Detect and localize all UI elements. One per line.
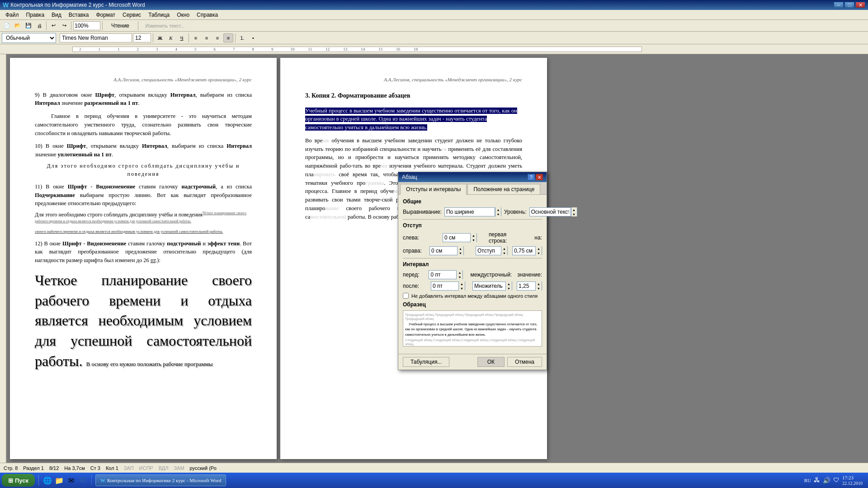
align-center-button[interactable]: ≡	[202, 33, 212, 42]
word-taskbar-label: Контрольная по Информатике 2 курс - Micr…	[107, 478, 221, 483]
dialog-help-button[interactable]: ?	[528, 174, 535, 180]
menu-tools[interactable]: Сервис	[119, 11, 145, 19]
general-section-title: Общие	[403, 198, 542, 205]
menu-view[interactable]: Вид	[48, 11, 65, 19]
align-down[interactable]: ▼	[495, 212, 501, 216]
indent-val-up[interactable]: ▲	[535, 246, 542, 251]
after-spin: ▲ ▼	[458, 282, 465, 291]
align-right-button[interactable]: ≡	[212, 33, 222, 42]
explorer-icon[interactable]: 📁	[54, 476, 64, 485]
menu-insert[interactable]: Вставка	[65, 11, 93, 19]
menu-format[interactable]: Формат	[92, 11, 119, 19]
mail-icon[interactable]: ✉	[66, 476, 76, 485]
align-input[interactable]	[445, 208, 495, 216]
main-paragraph1: Главное в период обучения в университете…	[35, 112, 252, 137]
level-down[interactable]: ▼	[571, 212, 577, 216]
left-input[interactable]	[443, 234, 470, 242]
change-text-button[interactable]: Изменить текст...	[140, 21, 190, 30]
maximize-button[interactable]: □	[844, 2, 854, 8]
line-num-up[interactable]: ▲	[535, 282, 542, 286]
dialog-close-button[interactable]: ✕	[536, 174, 543, 180]
indent-val-down[interactable]: ▼	[535, 251, 542, 255]
before-down[interactable]: ▼	[456, 275, 462, 279]
style-dropdown[interactable]: Обычный	[2, 33, 56, 43]
numbering-button[interactable]: 1.	[237, 33, 247, 42]
right-input[interactable]	[430, 247, 457, 255]
sep-fmt4	[235, 33, 236, 42]
level-spin[interactable]: ▲ ▼	[571, 207, 577, 216]
right-down[interactable]: ▼	[457, 251, 463, 255]
read-button[interactable]: Чтение	[104, 21, 136, 30]
ok-cancel-group: ОК Отмена	[477, 357, 542, 367]
level-input[interactable]	[530, 208, 571, 216]
item12-text: 12) В окне Шрифт - Видоизменение ставим …	[35, 240, 252, 264]
line-up[interactable]: ▲	[505, 282, 512, 286]
underline-button[interactable]: Ч	[177, 33, 187, 42]
antivirus-icon[interactable]: 🛡	[833, 477, 840, 484]
word-quick-icon[interactable]: W	[78, 476, 88, 485]
no-extra-checkbox[interactable]	[403, 293, 409, 299]
first-line-select[interactable]	[476, 247, 501, 255]
first-line-up[interactable]: ▲	[501, 246, 507, 251]
indent-val-spin: ▲ ▼	[535, 246, 542, 255]
left-down[interactable]: ▼	[470, 238, 476, 242]
tab-position[interactable]: Положение на странице	[467, 184, 540, 194]
redo-button[interactable]: ↪	[59, 21, 69, 30]
left-spin: ▲ ▼	[470, 233, 476, 242]
after-down[interactable]: ▼	[458, 286, 465, 291]
cancel-button[interactable]: Отмена	[507, 357, 542, 367]
left-up[interactable]: ▲	[470, 233, 476, 238]
italic-button[interactable]: К	[166, 33, 176, 42]
start-label: Пуск	[15, 477, 28, 484]
align-up[interactable]: ▲	[495, 207, 501, 212]
abzac-dialog[interactable]: Абзац ? ✕ Отступы и интервалы Положение …	[398, 172, 547, 370]
selected-text: Учебный процесс в высшем учебном заведен…	[305, 108, 517, 131]
menu-file[interactable]: Файл	[2, 11, 23, 19]
title-bar: W Контрольная по Информатике 2 курс - Mi…	[0, 0, 868, 10]
item10-sub: Для этого необходимо строго соблюдать ди…	[35, 162, 252, 178]
tab-indent-interval[interactable]: Отступы и интервалы	[400, 184, 467, 195]
volume-icon[interactable]: 🔊	[823, 477, 830, 484]
minimize-button[interactable]: ─	[834, 2, 844, 8]
word-taskbar-item[interactable]: W Контрольная по Информатике 2 курс - Mi…	[95, 474, 226, 486]
bullets-button[interactable]: •	[248, 33, 258, 42]
size-dropdown[interactable]: 12	[133, 33, 151, 42]
start-button[interactable]: ⊞ Пуск	[2, 474, 35, 487]
save-button[interactable]: 💾	[24, 21, 33, 30]
level-up[interactable]: ▲	[571, 207, 577, 212]
line-num-down[interactable]: ▼	[535, 286, 542, 291]
undo-button[interactable]: ↩	[48, 21, 58, 30]
network-icon[interactable]: 🖧	[814, 477, 820, 484]
interval-section-title: Интервал	[403, 261, 542, 267]
ok-button[interactable]: ОК	[477, 357, 505, 367]
open-button[interactable]: 📂	[13, 21, 23, 30]
tabulation-button[interactable]: Табуляция...	[403, 357, 449, 367]
menu-window[interactable]: Окно	[173, 11, 193, 19]
menu-help[interactable]: Справка	[193, 11, 222, 19]
zoom-dropdown[interactable]: 100%	[73, 21, 100, 30]
after-up[interactable]: ▲	[458, 282, 465, 286]
taskbar: ⊞ Пуск 🌐 📁 ✉ W W Контрольная по Информат…	[0, 473, 868, 488]
right-up[interactable]: ▲	[457, 246, 463, 251]
new-button[interactable]: 📄	[2, 21, 12, 30]
before-input[interactable]	[429, 271, 456, 279]
align-left-button[interactable]: ≡	[191, 33, 201, 42]
line-down[interactable]: ▼	[505, 286, 512, 291]
align-justify-button[interactable]: ≡	[223, 33, 233, 42]
first-line-down[interactable]: ▼	[501, 251, 507, 255]
before-up[interactable]: ▲	[456, 270, 462, 275]
indent-val-input[interactable]	[513, 247, 535, 255]
align-spin[interactable]: ▲ ▼	[495, 207, 501, 216]
before-label: перед:	[403, 272, 426, 278]
menu-table[interactable]: Таблица	[145, 11, 173, 19]
bold-button[interactable]: Ж	[155, 33, 165, 42]
close-button[interactable]: ✕	[855, 2, 865, 8]
print-button[interactable]: 🖨	[34, 21, 44, 30]
line-select[interactable]	[473, 282, 505, 290]
after-row: после: ▲ ▼ ▲ ▼	[403, 282, 542, 291]
font-dropdown[interactable]: Times New Roman	[60, 33, 132, 42]
after-input[interactable]	[431, 282, 458, 290]
line-num-input[interactable]	[517, 282, 535, 290]
ie-icon[interactable]: 🌐	[42, 476, 52, 485]
menu-edit[interactable]: Правка	[23, 11, 48, 19]
